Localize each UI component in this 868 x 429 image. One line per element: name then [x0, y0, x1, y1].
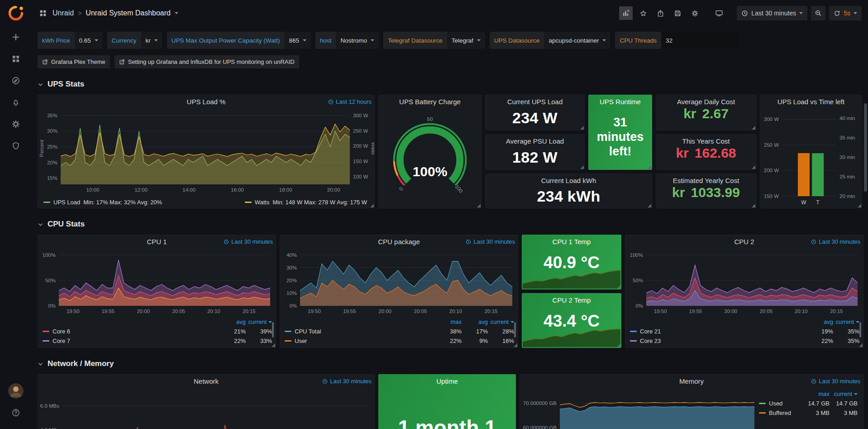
panel-time-range[interactable]: Last 30 minutes: [811, 238, 860, 245]
legend-series[interactable]: Core 23: [630, 337, 807, 344]
panel-title[interactable]: CPU 1: [147, 238, 167, 246]
dashboard-title[interactable]: Unraid System Dashboard: [86, 9, 171, 17]
legend-scrollbar[interactable]: [272, 322, 274, 337]
panel-title[interactable]: Current Load kWh: [541, 177, 596, 184]
panel-time-range[interactable]: Last 30 minutes: [466, 238, 515, 245]
resize-handle[interactable]: [648, 165, 651, 169]
panel-title[interactable]: Estimated Yearly Cost: [673, 177, 739, 184]
cycle-view-tv-icon[interactable]: [712, 6, 726, 20]
variable-cpu-threads[interactable]: CPU Threads: [615, 32, 738, 49]
row-header-ups-stats[interactable]: UPS Stats: [38, 78, 863, 90]
resize-handle[interactable]: [514, 343, 517, 347]
variable-host[interactable]: host Nostromo: [315, 32, 379, 49]
variable-value-dropdown[interactable]: Telegraf: [447, 32, 485, 49]
resize-handle[interactable]: [617, 343, 620, 347]
panel-title[interactable]: UPS Runtime: [600, 98, 641, 106]
resize-handle[interactable]: [617, 285, 620, 289]
legend-col-avg[interactable]: avg: [219, 318, 246, 325]
network-chart[interactable]: 2.0 MBs4.0 MBs6.0 MBs: [38, 387, 374, 429]
resize-handle[interactable]: [477, 204, 481, 207]
resize-handle[interactable]: [370, 204, 374, 207]
legend-series[interactable]: Used: [759, 400, 801, 407]
panel-time-range[interactable]: Last 30 minutes: [811, 378, 860, 385]
panel-title[interactable]: Memory: [679, 377, 704, 385]
help-icon[interactable]: [0, 402, 32, 424]
add-panel-button[interactable]: [619, 6, 633, 20]
zoom-out-button[interactable]: [811, 6, 825, 20]
legend-series[interactable]: User: [285, 337, 435, 344]
panel-time-range[interactable]: Last 30 minutes: [224, 238, 273, 245]
panel-title[interactable]: CPU 1 Temp: [553, 238, 591, 246]
legend-col-current[interactable]: current: [246, 318, 272, 325]
ups-load-chart[interactable]: 15%20%25%30%35%100 W150 W200 W250 W300 W…: [38, 108, 374, 194]
legend-col-avg[interactable]: avg: [807, 318, 833, 325]
resize-handle[interactable]: [648, 204, 651, 207]
alerting-bell-icon[interactable]: [0, 92, 32, 113]
cpu1-chart[interactable]: 0%50%100%19:5019:5520:0020:0520:1020:15: [38, 248, 276, 316]
save-button[interactable]: [671, 6, 684, 20]
configuration-gear-icon[interactable]: [0, 113, 32, 135]
legend-item[interactable]: Watts Min: 148 W Max: 278 W Avg: 175 W: [245, 199, 367, 206]
panel-title[interactable]: Network: [194, 377, 219, 385]
link-ups-monitoring-guide[interactable]: Setting up Grafana and InfluxDB for UPS …: [114, 55, 299, 68]
legend-scrollbar[interactable]: [859, 322, 861, 337]
legend-series[interactable]: CPU Total: [285, 328, 435, 335]
cpu2-chart[interactable]: 0%50%100%19:5019:5520:0020:0520:1020:15: [625, 248, 863, 316]
legend-col-current[interactable]: current: [833, 318, 859, 325]
row-header-cpu-stats[interactable]: CPU Stats: [38, 218, 863, 230]
legend-series[interactable]: Core 21: [630, 328, 807, 335]
breadcrumb-folder[interactable]: Unraid: [52, 9, 74, 17]
legend-item[interactable]: UPS Load Min: 17% Max: 32% Avg: 20%: [43, 199, 162, 206]
chevron-down-icon[interactable]: [175, 12, 178, 14]
resize-handle[interactable]: [752, 165, 755, 169]
resize-handle[interactable]: [580, 165, 584, 169]
variable-ups-datasource[interactable]: UPS Datasource apcupsd-container: [490, 32, 611, 49]
variable-ups-max-output[interactable]: UPS Max Output Power Capacity (Watt) 865: [167, 32, 311, 49]
legend-series[interactable]: Buffered: [759, 410, 801, 416]
share-button[interactable]: [653, 6, 667, 20]
resize-handle[interactable]: [752, 126, 755, 130]
resize-handle[interactable]: [858, 204, 861, 207]
legend-series[interactable]: Core 6: [43, 328, 219, 335]
row-header-network-memory[interactable]: Network / Memory: [38, 358, 863, 370]
variable-value-dropdown[interactable]: apcupsd-container: [544, 32, 610, 49]
cpu-threads-input[interactable]: [661, 32, 738, 49]
legend-col-avg[interactable]: avg: [462, 318, 488, 325]
panel-title[interactable]: UPS Load %: [187, 98, 226, 106]
panel-title[interactable]: Uptime: [436, 377, 458, 385]
panel-title[interactable]: Average Daily Cost: [677, 98, 735, 106]
scrollbar-thumb[interactable]: [864, 103, 867, 192]
apps-grid-icon[interactable]: [38, 6, 48, 20]
variable-kwh-price[interactable]: kWh Price 0.65: [38, 32, 103, 49]
variable-value-dropdown[interactable]: 0.65: [75, 32, 103, 49]
variable-value-dropdown[interactable]: Nostromo: [336, 32, 379, 49]
dashboard-settings-gear-icon[interactable]: [688, 6, 701, 20]
legend-col-max[interactable]: max: [801, 390, 830, 397]
variable-value-dropdown[interactable]: kr: [141, 32, 162, 49]
panel-time-range[interactable]: Last 30 minutes: [322, 378, 372, 385]
star-button[interactable]: [636, 6, 650, 20]
variable-value-dropdown[interactable]: 865: [284, 32, 311, 49]
panel-title[interactable]: UPS Load vs Time left: [777, 98, 844, 106]
panel-title[interactable]: CPU 2: [734, 238, 754, 246]
user-avatar[interactable]: [0, 380, 32, 402]
resize-handle[interactable]: [580, 126, 584, 130]
link-grafana-plex-theme[interactable]: Grafana Plex Theme: [38, 55, 110, 68]
panel-time-range[interactable]: Last 12 hours: [328, 98, 372, 105]
create-plus-icon[interactable]: [0, 26, 32, 48]
refresh-interval[interactable]: 5s: [844, 10, 850, 17]
panel-title[interactable]: CPU package: [378, 238, 420, 246]
load-vs-time-chart[interactable]: 150 W200 W250 W300 W20 min25 min30 min35…: [760, 108, 862, 208]
panel-title[interactable]: CPU 2 Temp: [553, 296, 591, 304]
variable-telegraf-datasource[interactable]: Telegraf Datasource Telegraf: [383, 32, 485, 49]
legend-col-max[interactable]: max: [435, 318, 462, 325]
legend-col-current[interactable]: current: [488, 318, 514, 325]
panel-title[interactable]: Average PSU Load: [506, 137, 564, 145]
panel-title[interactable]: This Years Cost: [682, 137, 730, 145]
legend-col-current[interactable]: current: [830, 390, 858, 397]
explore-compass-icon[interactable]: [0, 70, 32, 92]
resize-handle[interactable]: [272, 343, 275, 347]
resize-handle[interactable]: [859, 343, 863, 347]
time-range-picker[interactable]: Last 30 minutes: [737, 6, 807, 20]
panel-title[interactable]: Current UPS Load: [507, 98, 563, 106]
